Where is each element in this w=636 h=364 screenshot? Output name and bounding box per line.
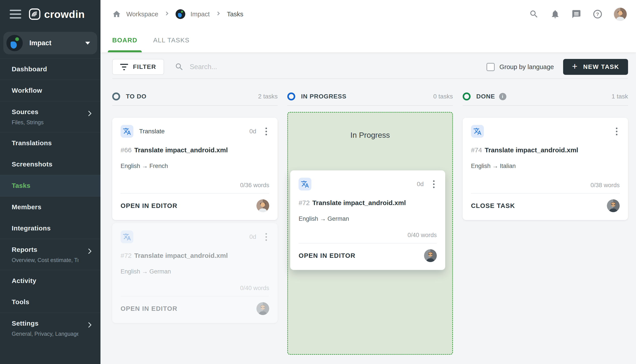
- sidebar-header: crowdin: [0, 0, 101, 28]
- tab-all-tasks[interactable]: ALL TASKS: [149, 28, 194, 52]
- column-in-progress-header: IN PROGRESS 0 tasks: [287, 90, 453, 103]
- task-language-pair: English → Italian: [471, 163, 620, 170]
- breadcrumb-project[interactable]: Impact: [191, 10, 210, 18]
- close-task-button[interactable]: CLOSE TASK: [471, 202, 515, 210]
- breadcrumb-workspace[interactable]: Workspace: [126, 10, 158, 18]
- column-done-count: 1 task: [611, 93, 628, 100]
- task-language-pair: English → French: [121, 163, 269, 170]
- chevron-right-icon: [86, 322, 92, 328]
- search-icon: [175, 62, 184, 72]
- task-language-pair: English → German: [299, 216, 437, 222]
- translate-task-icon: [299, 178, 311, 190]
- kebab-menu-icon[interactable]: [263, 231, 269, 242]
- search-icon[interactable]: [529, 9, 539, 19]
- new-task-button[interactable]: + NEW TASK: [563, 59, 628, 75]
- task-type-label: Translate: [139, 128, 165, 135]
- card-divider: [471, 193, 620, 194]
- crowdin-logo[interactable]: crowdin: [29, 8, 85, 20]
- task-language-pair: English → German: [121, 268, 269, 275]
- column-in-progress-count: 0 tasks: [433, 93, 453, 100]
- breadcrumb: Workspace Impact Tasks: [112, 9, 529, 19]
- sidebar-item-tasks[interactable]: Tasks: [0, 175, 101, 196]
- chevron-right-icon: [86, 110, 92, 116]
- svg-text:?: ?: [596, 11, 599, 17]
- topbar: Workspace Impact Tasks ?: [101, 0, 636, 28]
- task-word-progress: 0/36 words: [121, 182, 269, 189]
- messages-icon[interactable]: [571, 9, 581, 19]
- sidebar-item-members[interactable]: Members: [0, 196, 101, 218]
- sidebar-item-tools[interactable]: Tools: [0, 292, 101, 313]
- project-selector-name: Impact: [29, 39, 79, 47]
- plus-icon: +: [572, 62, 578, 71]
- crowdin-logo-text: crowdin: [44, 8, 85, 20]
- column-todo-cards: Translate 0d #66Translate impact_android…: [112, 106, 278, 323]
- task-word-progress: 0/40 words: [299, 232, 437, 238]
- sidebar-item-sources[interactable]: Sources Files, Strings: [0, 101, 101, 132]
- task-title: #74Translate impact_android.xml: [471, 146, 620, 154]
- in-progress-dropzone[interactable]: In Progress 0d #72Translate impact_andro…: [287, 112, 453, 355]
- kebab-menu-icon[interactable]: [431, 178, 437, 190]
- open-in-editor-button[interactable]: OPEN IN EDITOR: [121, 305, 177, 312]
- topbar-icons: ?: [529, 8, 627, 20]
- task-word-progress: 0/40 words: [121, 285, 269, 292]
- task-title: #72Translate impact_android.xml: [121, 252, 269, 260]
- assignee-avatar[interactable]: [256, 199, 269, 212]
- task-duration: 0d: [249, 128, 256, 135]
- kebab-menu-icon[interactable]: [614, 126, 620, 137]
- task-duration: 0d: [417, 180, 424, 188]
- chevron-right-icon: [86, 248, 92, 254]
- main-area: Workspace Impact Tasks ?: [101, 0, 636, 364]
- chevron-right-icon: [164, 10, 170, 18]
- group-by-language-control[interactable]: Group by language: [486, 63, 554, 71]
- column-todo-header: TO DO 2 tasks: [112, 90, 278, 103]
- sidebar-item-reports[interactable]: Reports Overview, Cost estimate, Transl…: [0, 239, 101, 270]
- task-word-progress: 0/38 words: [471, 182, 620, 189]
- help-icon[interactable]: ?: [593, 9, 602, 19]
- sidebar-item-settings-subtitle: General, Privacy, Languages, Q…: [12, 330, 78, 337]
- assignee-avatar[interactable]: [424, 249, 437, 262]
- column-done-header: DONE i 1 task: [463, 90, 628, 103]
- translate-task-icon: [121, 125, 133, 138]
- task-card-72-dragging[interactable]: 0d #72Translate impact_android.xml Engli…: [290, 170, 445, 270]
- column-divider: [287, 105, 453, 106]
- filter-button[interactable]: FILTER: [112, 59, 164, 75]
- assignee-avatar[interactable]: [607, 199, 620, 212]
- user-avatar[interactable]: [614, 8, 627, 20]
- column-todo: TO DO 2 tasks Translate 0d: [112, 90, 278, 355]
- todo-status-icon: [112, 92, 120, 100]
- sidebar-item-screenshots[interactable]: Screenshots: [0, 154, 101, 175]
- kanban-board: TO DO 2 tasks Translate 0d: [112, 79, 628, 355]
- card-divider: [121, 193, 269, 194]
- column-in-progress-title: IN PROGRESS: [301, 93, 346, 100]
- crowdin-logo-icon: [29, 8, 41, 20]
- project-avatar: [7, 35, 23, 51]
- sidebar-item-dashboard[interactable]: Dashboard: [0, 58, 101, 80]
- column-todo-title: TO DO: [126, 93, 146, 100]
- board-toolbar: FILTER Group by language + NEW TASK: [112, 59, 628, 75]
- open-in-editor-button[interactable]: OPEN IN EDITOR: [299, 252, 355, 259]
- group-by-language-checkbox[interactable]: [486, 63, 495, 71]
- card-divider: [121, 296, 269, 296]
- sidebar-item-workflow[interactable]: Workflow: [0, 80, 101, 101]
- sidebar-item-activity[interactable]: Activity: [0, 270, 101, 292]
- sidebar-item-settings[interactable]: Settings General, Privacy, Languages, Q…: [0, 313, 101, 344]
- chevron-down-icon: [85, 42, 90, 44]
- column-todo-count: 2 tasks: [258, 93, 278, 100]
- open-in-editor-button[interactable]: OPEN IN EDITOR: [121, 202, 177, 210]
- assignee-avatar[interactable]: [256, 302, 269, 315]
- project-selector[interactable]: Impact: [3, 32, 97, 54]
- task-card-66[interactable]: Translate 0d #66Translate impact_android…: [112, 118, 278, 220]
- search-input[interactable]: [190, 63, 344, 71]
- column-done-title: DONE i: [476, 93, 506, 100]
- home-icon[interactable]: [112, 10, 121, 18]
- task-card-74[interactable]: #74Translate impact_android.xml English …: [463, 118, 628, 220]
- notifications-bell-icon[interactable]: [550, 9, 560, 19]
- hamburger-menu-icon[interactable]: [9, 8, 22, 20]
- kebab-menu-icon[interactable]: [263, 126, 269, 137]
- tab-board[interactable]: BOARD: [108, 28, 142, 52]
- sidebar-item-integrations[interactable]: Integrations: [0, 218, 101, 239]
- sidebar-item-translations[interactable]: Translations: [0, 132, 101, 154]
- info-icon[interactable]: i: [499, 93, 506, 100]
- task-card-72-ghost[interactable]: 0d #72Translate impact_android.xml Engli…: [112, 223, 278, 323]
- task-duration: 0d: [249, 233, 256, 240]
